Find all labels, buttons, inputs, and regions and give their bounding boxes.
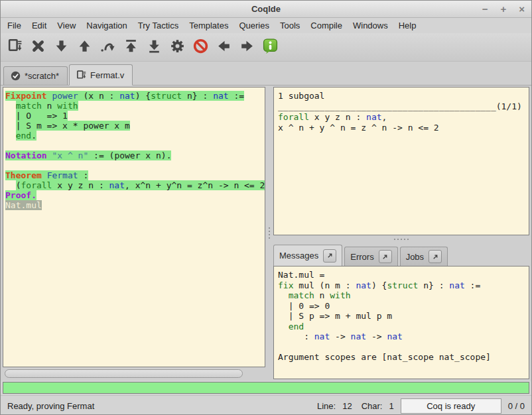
splitter-dot	[401, 239, 402, 240]
splitter-dot	[404, 239, 405, 240]
tab-label: Messages	[279, 251, 318, 261]
code-line: match n with	[278, 290, 525, 301]
fully-check-button[interactable]	[168, 38, 186, 56]
go-to-start-button[interactable]	[122, 38, 139, 56]
char-value: 1	[389, 401, 393, 411]
arrow-to-top-icon	[123, 38, 139, 57]
arrow-up-icon	[76, 38, 93, 57]
code-line	[5, 141, 263, 150]
code-line: end	[278, 322, 525, 332]
titlebar: CoqIde − + ×	[1, 1, 531, 18]
detach-icon	[326, 252, 334, 259]
tab-jobs[interactable]: Jobs	[400, 247, 448, 266]
arrow-down-icon	[53, 38, 70, 57]
script-pane: Fixpoint power (x n : nat) {struct n} : …	[3, 87, 265, 379]
menu-item-file[interactable]: File	[2, 18, 27, 33]
horizontal-splitter[interactable]	[273, 235, 529, 243]
tab-scratch[interactable]: *scratch*	[3, 66, 68, 85]
code-line: : nat -> nat -> nat	[278, 331, 525, 342]
line-value: 12	[342, 401, 352, 411]
about-button[interactable]	[261, 38, 279, 56]
menu-item-edit[interactable]: Edit	[27, 18, 52, 33]
vertical-splitter[interactable]	[265, 87, 273, 379]
tab-label: Jobs	[406, 252, 424, 262]
menu-item-view[interactable]: View	[52, 18, 81, 33]
maximize-button[interactable]: +	[500, 1, 506, 18]
close-button[interactable]: ×	[519, 1, 525, 18]
code-line: ________________________________________…	[278, 101, 525, 112]
menu-item-help[interactable]: Help	[393, 18, 422, 33]
detach-icon	[432, 253, 439, 261]
code-line: Nat.mul =	[278, 270, 525, 280]
detach-messages-button[interactable]	[323, 249, 336, 263]
code-line: Argument scopes are [nat_scope nat_scope…	[278, 352, 525, 363]
script-editor[interactable]: Fixpoint power (x n : nat) {struct n} : …	[3, 87, 265, 367]
splitter-dot	[269, 227, 270, 229]
detach-errors-button[interactable]	[379, 250, 392, 263]
tab-fermat-v[interactable]: Fermat.v	[69, 64, 133, 86]
detach-icon	[381, 253, 389, 261]
window-controls: − + ×	[482, 1, 525, 18]
proof-pane: 1 subgoal_______________________________…	[273, 87, 529, 379]
arrow-to-bottom-icon	[146, 38, 163, 57]
forward-one-command-button[interactable]	[52, 38, 70, 56]
menu-item-templates[interactable]: Templates	[184, 18, 233, 33]
code-line: Fixpoint power (x n : nat) {struct n} : …	[5, 91, 263, 101]
tab-errors[interactable]: Errors	[344, 247, 397, 266]
menu-item-try-tactics[interactable]: Try Tactics	[133, 18, 184, 33]
splitter-dot	[397, 239, 399, 240]
close-icon	[30, 38, 46, 57]
code-line	[278, 342, 525, 353]
menu-item-queries[interactable]: Queries	[233, 18, 275, 33]
menu-item-navigation[interactable]: Navigation	[81, 18, 132, 33]
horizontal-scrollbar[interactable]	[3, 369, 265, 379]
jobs-counter: 0 / 0	[508, 401, 525, 411]
code-line: | 0 => 0	[278, 301, 525, 312]
go-to-end-button[interactable]	[145, 38, 163, 56]
tab-label: *scratch*	[25, 71, 59, 81]
goals-panel: 1 subgoal_______________________________…	[273, 87, 529, 235]
code-line: x ^ n + y ^ n = z ^ n -> n <= 2	[278, 123, 525, 133]
detach-jobs-button[interactable]	[429, 250, 442, 263]
code-line: (forall x y z n : nat, x^n + y^n = z^n -…	[5, 180, 263, 190]
code-line: Theorem Fermat :	[5, 170, 263, 180]
menu-item-tools[interactable]: Tools	[275, 18, 305, 33]
forbidden-icon	[192, 38, 209, 57]
info-icon	[262, 38, 279, 57]
arrow-right-icon	[239, 38, 255, 57]
go-to-cursor-button[interactable]	[99, 38, 116, 56]
interrupt-button[interactable]	[192, 38, 209, 56]
document-download-icon	[76, 70, 87, 81]
previous-button[interactable]	[215, 38, 232, 56]
curved-arrow-icon	[100, 38, 116, 57]
code-line: Nat.mul	[5, 200, 263, 210]
toolbar	[1, 33, 531, 62]
tab-messages[interactable]: Messages	[273, 245, 342, 267]
arrow-left-icon	[216, 38, 232, 57]
progress-bar	[3, 382, 529, 394]
code-line: | O => 1	[5, 111, 263, 121]
backward-one-command-button[interactable]	[76, 38, 93, 56]
coq-status-indicator: Coq is ready	[401, 398, 501, 414]
code-line: | S m => x * power x m	[5, 121, 263, 131]
document-download-icon	[7, 38, 23, 57]
status-message: Ready, proving Fermat	[7, 401, 308, 411]
menu-item-windows[interactable]: Windows	[348, 18, 393, 33]
splitter-dot	[269, 237, 270, 239]
next-button[interactable]	[238, 38, 255, 56]
minimize-button[interactable]: −	[482, 1, 488, 18]
code-line: fix mul (n m : nat) {struct n} : nat :=	[278, 280, 525, 291]
tab-label: Fermat.v	[90, 70, 124, 80]
check-circle-icon	[10, 70, 21, 82]
save-button[interactable]	[6, 38, 23, 56]
splitter-dot	[269, 234, 270, 235]
tab-label: Errors	[350, 252, 373, 262]
document-tabbar: *scratch*Fermat.v	[1, 62, 531, 86]
code-line	[5, 160, 263, 170]
code-line: | S p => m + mul p m	[278, 311, 525, 322]
close-buffer-button[interactable]	[29, 38, 46, 56]
scrollbar-thumb[interactable]	[5, 369, 243, 378]
messages-notebook: MessagesErrorsJobs Nat.mul =fix mul (n m…	[273, 243, 529, 379]
menu-item-compile[interactable]: Compile	[305, 18, 348, 33]
code-line: end.	[5, 131, 263, 141]
